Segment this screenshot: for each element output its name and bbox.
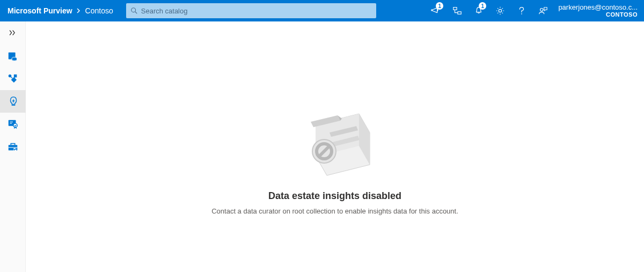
lightbulb-icon	[8, 95, 19, 107]
svg-point-0	[131, 8, 136, 12]
svg-point-6	[540, 9, 543, 11]
feedback-person-button[interactable]	[532, 0, 554, 21]
left-sidebar	[0, 21, 26, 272]
notifications-badge: 1	[479, 2, 486, 10]
datamap-icon	[7, 73, 19, 85]
help-button[interactable]	[511, 0, 532, 21]
expand-icon	[9, 30, 17, 36]
notifications-button[interactable]: 1	[468, 0, 489, 21]
brand-title[interactable]: Microsoft Purview	[8, 6, 72, 15]
user-email: parkerjones@contoso.c...	[558, 3, 638, 12]
search-input[interactable]	[141, 7, 372, 15]
feedback-button[interactable]: 1	[425, 0, 447, 21]
svg-point-5	[521, 13, 522, 14]
catalog-icon	[7, 50, 19, 62]
svg-rect-3	[458, 12, 461, 14]
svg-point-4	[499, 9, 502, 12]
header-actions: 1 1	[425, 0, 554, 21]
settings-button[interactable]	[489, 0, 511, 21]
search-icon	[130, 7, 138, 14]
svg-rect-12	[13, 75, 17, 78]
question-icon	[517, 6, 526, 16]
main-content: Data estate insights disabled Contact a …	[26, 21, 644, 272]
user-account[interactable]: parkerjones@contoso.c... CONTOSO	[558, 3, 638, 19]
svg-line-1	[135, 12, 137, 14]
user-org-label: CONTOSO	[558, 11, 638, 18]
sidebar-item-data-catalog[interactable]	[0, 45, 26, 68]
sidebar-item-insights[interactable]	[0, 90, 26, 113]
svg-line-14	[14, 77, 14, 78]
svg-rect-2	[453, 8, 457, 10]
sidebar-item-policy[interactable]	[0, 113, 26, 135]
empty-state-title: Data estate insights disabled	[268, 190, 401, 202]
diagnostics-button[interactable]	[447, 0, 468, 21]
certificate-icon	[7, 118, 19, 130]
toolbox-icon	[7, 141, 19, 152]
diagnostics-icon	[452, 6, 462, 16]
breadcrumb-chevron-icon	[77, 8, 81, 13]
breadcrumb-org[interactable]: Contoso	[85, 6, 113, 15]
gear-icon	[495, 6, 505, 16]
sidebar-item-data-map[interactable]	[0, 68, 26, 90]
empty-state-illustration	[289, 100, 380, 181]
svg-line-13	[11, 77, 12, 78]
sidebar-expand-button[interactable]	[0, 25, 26, 41]
feedback-badge: 1	[436, 2, 443, 10]
empty-state-subtitle: Contact a data curator on root collectio…	[211, 207, 458, 215]
sidebar-item-management[interactable]	[0, 135, 26, 158]
top-header: Microsoft Purview Contoso 1	[0, 0, 644, 21]
search-box[interactable]	[126, 3, 376, 18]
person-feedback-icon	[538, 6, 548, 16]
